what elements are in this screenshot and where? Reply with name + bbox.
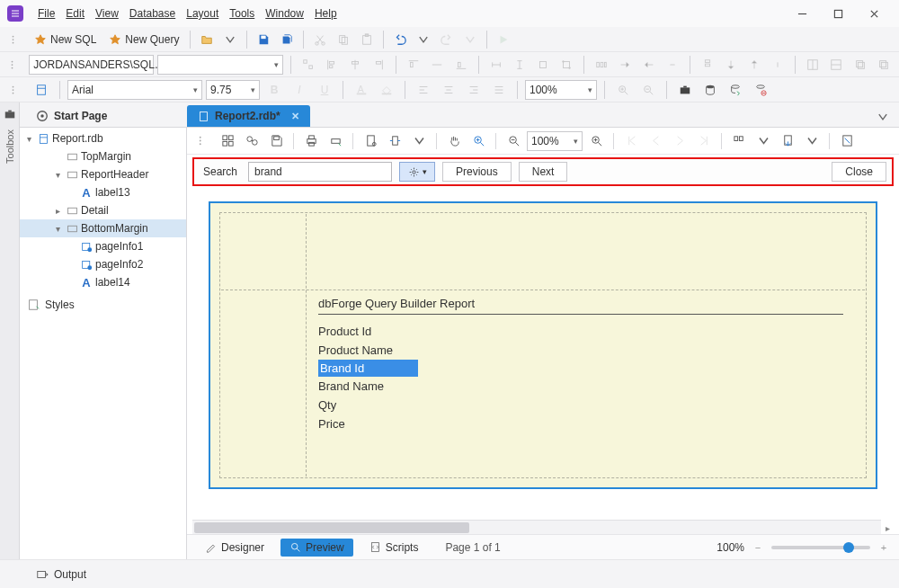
- output-label[interactable]: Output: [54, 568, 86, 581]
- save-all-icon[interactable]: [276, 30, 298, 49]
- svg-rect-100: [367, 136, 374, 146]
- toolbox-rail-icon[interactable]: [4, 108, 16, 120]
- tree-item-bottommargin[interactable]: ▾BottomMargin: [20, 219, 186, 237]
- quick-print-icon[interactable]: [325, 131, 346, 151]
- menu-edit[interactable]: Edit: [60, 4, 90, 23]
- tab-start-page[interactable]: Start Page: [25, 105, 118, 127]
- tab-report[interactable]: Report2.rdb*✕: [187, 105, 310, 127]
- svg-rect-1: [834, 10, 841, 17]
- align-left-icon: [322, 55, 342, 75]
- connection-combo[interactable]: JORDANSANDERS\SQL…▾: [29, 55, 154, 75]
- svg-rect-13: [366, 33, 369, 36]
- new-sql-button[interactable]: New SQL: [29, 30, 102, 49]
- multipage-icon[interactable]: [728, 131, 750, 151]
- window-close[interactable]: [856, 1, 892, 26]
- undo-dropdown[interactable]: [413, 30, 434, 49]
- tree-item-label13[interactable]: Alabel13: [20, 183, 186, 201]
- menu-window[interactable]: Window: [260, 4, 309, 23]
- preview-zoom-combo[interactable]: 100%▾: [527, 131, 583, 151]
- grip-icon: [5, 30, 27, 49]
- tree-root[interactable]: ▾ Report.rdb: [20, 129, 186, 147]
- new-query-button[interactable]: New Query: [103, 30, 184, 49]
- output-icon[interactable]: [36, 568, 49, 581]
- report-wizard-icon[interactable]: [31, 80, 52, 100]
- hand-icon[interactable]: [443, 131, 465, 151]
- search-label: Search: [200, 165, 241, 178]
- database-combo[interactable]: ▾: [157, 55, 282, 75]
- menu-database[interactable]: Database: [124, 4, 181, 23]
- open-folder-icon[interactable]: [196, 30, 218, 49]
- search-input[interactable]: [248, 162, 392, 182]
- menu-help[interactable]: Help: [309, 4, 343, 23]
- scripts-tab[interactable]: Scripts: [360, 539, 428, 557]
- tree-item-pageinfo2[interactable]: pageInfo2: [20, 255, 186, 273]
- menu-file[interactable]: File: [32, 4, 60, 23]
- multipage-dd[interactable]: [752, 131, 774, 151]
- watermark-icon[interactable]: [836, 131, 858, 151]
- tree-item-topmargin[interactable]: TopMargin: [20, 147, 186, 165]
- toolbox-rail-label[interactable]: Toolbox: [4, 126, 15, 167]
- toolbox-briefcase-icon[interactable]: [674, 80, 696, 100]
- zoom-plus[interactable]: +: [877, 541, 890, 554]
- remove-db-icon[interactable]: [750, 80, 771, 100]
- document-viewport[interactable]: dbForge Query Builder Report Product IdP…: [187, 189, 899, 520]
- tree-item-label14[interactable]: Alabel14: [20, 273, 186, 291]
- grip-icon: [192, 131, 214, 151]
- hspace-equal-icon: [592, 55, 611, 75]
- svg-point-72: [40, 114, 44, 118]
- scale-dd[interactable]: [408, 131, 430, 151]
- menu-view[interactable]: View: [90, 4, 124, 23]
- refresh-db-icon[interactable]: [725, 80, 746, 100]
- tab-close-icon[interactable]: ✕: [291, 111, 299, 122]
- scale-icon[interactable]: [384, 131, 405, 151]
- print-icon[interactable]: [300, 131, 322, 151]
- menu-tools[interactable]: Tools: [224, 4, 260, 23]
- tab-overflow-icon[interactable]: [872, 107, 894, 127]
- zoom-in-preview-icon[interactable]: [467, 131, 489, 151]
- prev-page-icon: [645, 131, 666, 151]
- svg-rect-39: [705, 64, 709, 67]
- menu-layout[interactable]: Layout: [181, 4, 224, 23]
- window-maximize[interactable]: [820, 1, 856, 26]
- search-options-button[interactable]: ▾: [399, 162, 435, 182]
- zoom-minus[interactable]: −: [752, 541, 764, 554]
- zoom-slider[interactable]: [771, 546, 870, 549]
- svg-rect-18: [309, 65, 313, 68]
- center-h-icon: [803, 55, 823, 75]
- window-minimize[interactable]: [784, 1, 820, 26]
- zoom-in-preview2-icon[interactable]: [585, 131, 607, 151]
- status-bar: Output: [0, 559, 899, 588]
- tree-item-reportheader[interactable]: ▾ReportHeader: [20, 165, 186, 183]
- search-close-button[interactable]: Close: [832, 162, 886, 182]
- page-setup-icon[interactable]: [360, 131, 381, 151]
- undo-icon[interactable]: [389, 30, 411, 49]
- report-field: Brand Name: [318, 377, 843, 396]
- open-dropdown[interactable]: [219, 30, 241, 49]
- styles-button[interactable]: Styles: [20, 293, 186, 316]
- zoom-combo[interactable]: 100%▾: [525, 80, 597, 100]
- gear-icon: [408, 166, 420, 178]
- font-size-combo[interactable]: 9.75▾: [206, 80, 260, 100]
- font-name-combo[interactable]: Arial▾: [67, 80, 202, 100]
- preview-area: Report2.rdb*✕ 100%▾: [187, 102, 899, 559]
- save-preview-icon[interactable]: [265, 131, 287, 151]
- save-icon[interactable]: [253, 30, 274, 49]
- designer-tab[interactable]: Designer: [196, 539, 273, 557]
- export-icon[interactable]: [777, 131, 798, 151]
- svg-rect-31: [539, 61, 546, 67]
- export-dd[interactable]: [801, 131, 823, 151]
- find-icon[interactable]: [241, 131, 263, 151]
- svg-point-16: [12, 67, 13, 68]
- svg-rect-90: [222, 141, 227, 146]
- preview-tab[interactable]: Preview: [280, 539, 353, 557]
- search-next-button[interactable]: Next: [519, 162, 568, 182]
- search-previous-button[interactable]: Previous: [442, 162, 512, 182]
- svg-rect-30: [458, 62, 460, 67]
- tree-item-pageinfo1[interactable]: pageInfo1: [20, 237, 186, 255]
- database-icon[interactable]: [699, 80, 721, 100]
- zoom-out-preview-icon[interactable]: [503, 131, 524, 151]
- svg-line-104: [480, 142, 484, 146]
- horizontal-scrollbar[interactable]: ▸: [192, 520, 881, 534]
- thumbnails-icon[interactable]: [217, 131, 238, 151]
- tree-item-detail[interactable]: ▸Detail: [20, 201, 186, 219]
